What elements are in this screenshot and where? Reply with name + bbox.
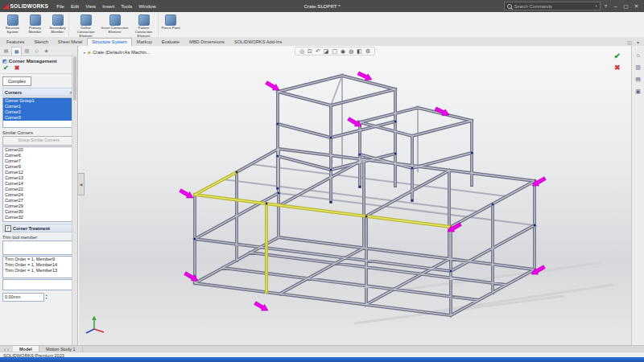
- search-dropdown-icon[interactable]: ▾: [595, 4, 597, 8]
- part-icon: ◈: [88, 49, 92, 55]
- trim-tool-member-listbox[interactable]: [2, 241, 75, 255]
- hide-show-icon[interactable]: ◍: [349, 48, 353, 54]
- similar-corner-item[interactable]: Corner13: [3, 175, 74, 181]
- ribbon-button-icon: [7, 14, 19, 26]
- command-tab[interactable]: Markup: [132, 38, 157, 46]
- similar-corner-item[interactable]: Corner12: [3, 170, 74, 175]
- panel-scrollbar-thumb[interactable]: [73, 56, 76, 101]
- gap-value-input[interactable]: 0.00mm: [2, 293, 44, 302]
- corner-treatment-header[interactable]: ✓ Corner Treatment: [2, 224, 75, 232]
- similar-corners-label: Similar Corners: [2, 130, 75, 135]
- zoom-area-icon[interactable]: ⊡: [308, 48, 312, 54]
- display-manager-icon[interactable]: ◈: [42, 47, 51, 56]
- display-style-icon[interactable]: ◉: [341, 48, 345, 54]
- dimxpert-manager-icon[interactable]: ◇: [32, 47, 41, 56]
- similar-corner-item[interactable]: Corner30: [3, 209, 74, 215]
- ribbon-button[interactable]: Define Connection Element: [72, 13, 100, 38]
- trim-order-item[interactable]: Trim Order = 1, Member9: [3, 257, 74, 262]
- similar-corner-item[interactable]: Corner24: [3, 192, 74, 198]
- similar-corner-item[interactable]: Corner20: [3, 147, 74, 153]
- ribbon-button[interactable]: Pierce Point: [161, 13, 180, 38]
- command-tab[interactable]: SOLIDWORKS Add-Ins: [229, 38, 287, 46]
- command-tab[interactable]: Structure System: [87, 38, 132, 46]
- confirm-ok-icon[interactable]: ✔: [614, 52, 621, 60]
- breadcrumb-arrow-icon: ▸: [84, 50, 86, 55]
- graphics-viewport[interactable]: ▸ ◈ Crate (Default<As Machin... ◎⊡↶◪▢◉◍◧…: [79, 46, 631, 345]
- spin-down-icon[interactable]: ▼: [45, 298, 47, 300]
- view-settings-icon[interactable]: ⚙: [365, 48, 370, 54]
- menu-item[interactable]: Edit: [71, 4, 79, 9]
- corners-group-header[interactable]: Corners ∧: [2, 88, 75, 97]
- feature-breadcrumb[interactable]: ▸ ◈ Crate (Default<As Machin...: [84, 49, 151, 55]
- similar-corner-item[interactable]: Corner6: [3, 153, 74, 158]
- corner-treatment-checkbox[interactable]: ✓: [5, 225, 11, 232]
- command-tab[interactable]: Sketch: [29, 38, 52, 46]
- menu-item[interactable]: Insert: [102, 4, 114, 9]
- ribbon-button[interactable]: Secondary Member: [47, 13, 69, 38]
- tabstrip-overflow-icon[interactable]: ◫: [627, 39, 632, 45]
- confirmation-corner: ✔ ✖: [614, 52, 621, 72]
- breadcrumb-text[interactable]: Crate (Default<As Machin...: [93, 50, 150, 55]
- command-tab[interactable]: MBD Dimensions: [184, 38, 229, 46]
- section-view-icon[interactable]: ◪: [324, 48, 329, 54]
- menu-item[interactable]: File: [56, 4, 64, 9]
- ribbon-button[interactable]: Primary Member: [24, 13, 46, 38]
- command-tab[interactable]: Features: [2, 38, 29, 46]
- command-tab[interactable]: Evaluate: [157, 38, 184, 46]
- edit-appearance-icon[interactable]: ◧: [357, 48, 362, 54]
- trim-order-item[interactable]: Trim Order = 1, Member13: [3, 268, 74, 274]
- ribbon-button-label: Primary Member: [24, 27, 46, 35]
- menu-item[interactable]: Tools: [121, 4, 132, 9]
- ribbon-button[interactable]: Pattern Connection Element: [130, 13, 159, 38]
- file-explorer-icon[interactable]: ▤: [635, 76, 641, 82]
- similar-corner-item[interactable]: Corner9: [3, 164, 74, 170]
- home-icon[interactable]: ⌂: [636, 52, 639, 58]
- corner-list-item[interactable]: Corner3: [3, 115, 74, 121]
- ribbon-button[interactable]: Structure System: [2, 13, 23, 38]
- window-controls: –▢✕: [611, 3, 641, 10]
- cancel-button[interactable]: ✖: [14, 65, 20, 72]
- similar-corner-item[interactable]: Corner7: [3, 158, 74, 164]
- panel-collapse-handle[interactable]: ◀: [78, 173, 85, 195]
- minimize-button[interactable]: –: [611, 3, 620, 10]
- similar-corner-item[interactable]: Corner14: [3, 181, 74, 187]
- secondary-trim-listbox[interactable]: [2, 279, 75, 290]
- menu-item[interactable]: Window: [138, 4, 155, 9]
- property-manager-panel: ▤▦▧◇◈ ◩ Corner Management ✔ ✖ Complex Co…: [0, 46, 78, 345]
- corners-listbox: Corner Group1Corner1Corner2Corner3: [2, 97, 75, 128]
- previous-view-icon[interactable]: ↶: [316, 48, 320, 54]
- feature-manager-icon[interactable]: ▤: [2, 47, 10, 56]
- zoom-fit-icon[interactable]: ◎: [299, 48, 304, 54]
- menu-item[interactable]: View: [85, 4, 96, 9]
- confirm-cancel-icon[interactable]: ✖: [614, 64, 621, 72]
- command-tab[interactable]: Sheet Metal: [53, 38, 87, 46]
- similar-corner-item[interactable]: Corner29: [3, 204, 74, 209]
- windows-taskbar[interactable]: [0, 357, 644, 362]
- maximize-button[interactable]: ▢: [621, 3, 630, 10]
- configuration-manager-icon[interactable]: ▧: [23, 47, 31, 56]
- tabstrip-collapse-icon[interactable]: ▾: [637, 39, 639, 45]
- model-viewport-canvas[interactable]: [79, 46, 631, 345]
- search-input[interactable]: Search Commands ▾: [504, 2, 601, 10]
- similar-corner-item[interactable]: Corner22: [3, 187, 74, 192]
- similar-corner-item[interactable]: Corner27: [3, 198, 74, 204]
- help-icon[interactable]: ?: [605, 4, 607, 9]
- ribbon-button[interactable]: Insert Connection Element: [101, 13, 129, 38]
- corner-list-item[interactable]: Corner2: [3, 109, 74, 115]
- gap-value-stepper[interactable]: ▲ ▼: [45, 294, 47, 300]
- property-manager-icon[interactable]: ▦: [11, 47, 22, 56]
- corner-list-item[interactable]: Corner Group1: [3, 98, 74, 104]
- view-orientation-icon[interactable]: ▢: [332, 48, 337, 54]
- trim-order-item[interactable]: Trim Order = 1, Member14: [3, 262, 74, 268]
- ribbon-button-label: Pierce Point: [161, 27, 180, 31]
- close-button[interactable]: ✕: [632, 3, 641, 10]
- ok-button[interactable]: ✔: [3, 65, 9, 72]
- group-similar-corners-button[interactable]: Group Similar Corners: [2, 136, 75, 146]
- complex-mode-tab[interactable]: Complex: [2, 76, 31, 86]
- similar-corner-item[interactable]: Corner32: [3, 215, 74, 220]
- panel-scrollbar[interactable]: [72, 55, 77, 345]
- design-library-icon[interactable]: ▥: [635, 64, 641, 70]
- solidworks-logo-icon: ◢: [3, 3, 8, 10]
- view-palette-icon[interactable]: ▣: [635, 88, 641, 94]
- corner-list-item[interactable]: Corner1: [3, 104, 74, 109]
